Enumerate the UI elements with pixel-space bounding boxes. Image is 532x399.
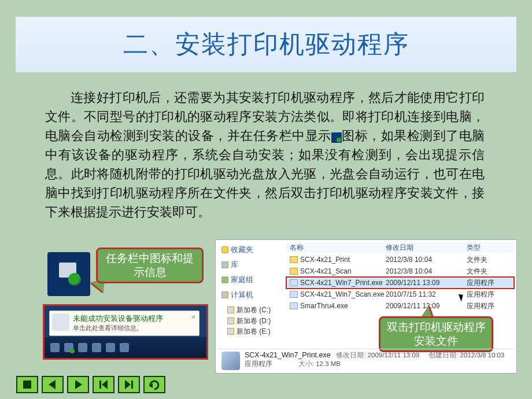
svg-marker-2 [75, 380, 82, 389]
tray-status-icon [331, 132, 342, 143]
tray-item-icon [106, 343, 115, 352]
details-pane: SCX-4x21_Win7_Print.exe 修改日期: 2009/12/11… [218, 349, 514, 372]
nav-return-button[interactable] [143, 376, 165, 393]
slide-title: 二、安装打印机驱动程序 [123, 28, 409, 61]
svg-marker-5 [125, 380, 131, 389]
nav-first-button[interactable] [93, 376, 114, 393]
nav-last-button[interactable] [118, 376, 140, 393]
file-type-icon [221, 352, 240, 370]
return-icon [148, 379, 161, 390]
callout-left-text: 任务栏中图标和提示信息 [102, 252, 197, 279]
close-icon[interactable]: × [192, 313, 195, 320]
exe-icon [290, 302, 298, 309]
svg-rect-6 [131, 380, 133, 389]
nav-drive[interactable]: 新加卷 (E:) [227, 326, 284, 337]
nav-computer[interactable]: 计算机 [221, 290, 284, 300]
balloon-tooltip: × 未能成功安装设备驱动程序 单击此处查看详细信息。 [49, 311, 200, 336]
nav-homegroup[interactable]: 家庭组 [221, 275, 284, 285]
nav-stop-button[interactable] [16, 376, 38, 393]
callout-left: 任务栏中图标和提示信息 [96, 247, 204, 283]
callout-right: 双击打印机驱动程序安装文件 [379, 316, 493, 352]
tray-item-icon [92, 343, 101, 352]
tray-item-icon [78, 343, 87, 352]
nav-libraries[interactable]: 库 [221, 260, 284, 270]
tray-device-icon [64, 343, 73, 352]
svg-rect-0 [23, 380, 31, 389]
file-list: SCX-4x21_Print 2012/3/8 10:04 文件夹 SCX-4x… [286, 254, 514, 312]
library-icon [221, 261, 228, 268]
list-item[interactable]: SCX-4x21_Win7_Scan.exe 2010/7/15 11:32 应… [286, 289, 514, 300]
nav-pane: 收藏夹 库 家庭组 计算机 新加卷 (C:) 新加卷 (D:) 新加卷 (E:) [218, 242, 284, 348]
nav-favorites[interactable]: 收藏夹 [221, 245, 284, 255]
list-item[interactable]: SCX-4x21_Print 2012/3/8 10:04 文件夹 [286, 254, 514, 265]
file-explorer: 名称 修改日期 类型 收藏夹 库 家庭组 计算机 新加卷 (C:) 新加卷 (D… [215, 239, 517, 374]
col-date[interactable]: 修改日期 [386, 243, 467, 253]
svg-rect-3 [99, 380, 101, 389]
column-headers: 名称 修改日期 类型 [286, 242, 514, 253]
tooltip-subtitle: 单击此处查看详细信息。 [73, 324, 195, 332]
slide: 二、安装打印机驱动程序 连接好打印机后，还需要为其安装打印机驱动程序，然后才能使… [0, 0, 532, 399]
nav-prev-button[interactable] [42, 376, 64, 393]
col-type[interactable]: 类型 [467, 243, 511, 253]
system-tray [45, 337, 206, 358]
svg-marker-1 [49, 380, 56, 389]
triangle-left-icon [46, 379, 59, 390]
title-box: 二、安装打印机驱动程序 [16, 17, 516, 72]
callout-right-text: 双击打印机驱动程序安装文件 [385, 320, 487, 348]
tray-item-icon [50, 343, 60, 352]
computer-icon [221, 291, 228, 298]
stop-icon [21, 379, 34, 390]
exe-icon [290, 279, 298, 286]
list-item[interactable]: SmarThru4.exe 2009/12/11 13:09 应用程序 [286, 300, 514, 312]
detail-filename: SCX-4x21_Win7_Print.exe [245, 351, 331, 359]
nav-drive[interactable]: 新加卷 (D:) [227, 316, 284, 327]
drive-icon [227, 306, 234, 313]
nav-drive[interactable]: 新加卷 (C:) [227, 305, 284, 316]
nav-next-button[interactable] [67, 376, 89, 393]
drive-icon [227, 317, 234, 324]
drive-icon [227, 328, 234, 335]
triangle-right-icon [72, 379, 84, 390]
body-paragraph: 连接好打印机后，还需要为其安装打印机驱动程序，然后才能使用它打印文件。不同型号的… [45, 88, 485, 221]
star-icon [221, 246, 228, 253]
list-item-selected[interactable]: SCX-4x21_Win7_Print.exe 2009/12/11 13:09… [286, 277, 514, 289]
exe-icon [290, 291, 298, 298]
skip-last-icon [123, 379, 135, 390]
col-name[interactable]: 名称 [290, 243, 386, 253]
tray-item-icon [120, 343, 129, 352]
tooltip-title: 未能成功安装设备驱动程序 [73, 313, 195, 324]
tray-icon-image [47, 252, 90, 296]
svg-marker-4 [102, 380, 108, 389]
folder-icon [290, 268, 298, 275]
folder-icon [290, 256, 298, 263]
homegroup-icon [221, 276, 228, 283]
slide-nav [16, 376, 165, 393]
list-item[interactable]: SCX-4x21_Scan 2012/3/8 10:04 文件夹 [286, 265, 514, 277]
taskbar-tooltip-image: × 未能成功安装设备驱动程序 单击此处查看详细信息。 [43, 304, 208, 360]
skip-first-icon [97, 379, 110, 390]
